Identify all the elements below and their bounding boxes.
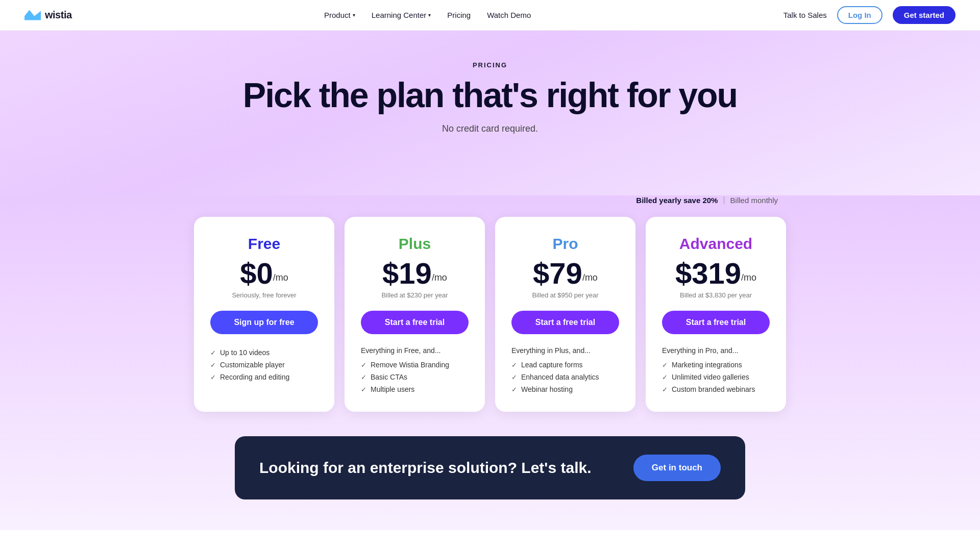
- features-intro-pro: Everything in Plus, and...: [511, 346, 619, 355]
- logo-icon: [24, 10, 41, 20]
- check-icon: ✓: [210, 361, 216, 369]
- nav-watch-demo[interactable]: Watch Demo: [487, 11, 531, 19]
- plan-card-plus: Plus $19/mo Billed at $230 per year Star…: [345, 217, 485, 412]
- feature-item: ✓Custom branded webinars: [662, 383, 770, 395]
- check-icon: ✓: [361, 386, 366, 393]
- feature-item: ✓Recording and editing: [210, 371, 318, 383]
- check-icon: ✓: [361, 361, 366, 369]
- plan-price-pro: $79/mo: [511, 259, 619, 288]
- pricing-headline: Pick the plan that's right for you: [24, 77, 955, 113]
- cta-plus-button[interactable]: Start a free trial: [361, 311, 469, 334]
- feature-item: ✓Customizable player: [210, 359, 318, 371]
- feature-item: ✓Unlimited video galleries: [662, 371, 770, 383]
- feature-item: ✓Up to 10 videos: [210, 346, 318, 359]
- feature-item: ✓Webinar hosting: [511, 383, 619, 395]
- check-icon: ✓: [511, 361, 517, 369]
- nav-learning-center[interactable]: Learning Center ▾: [372, 11, 431, 19]
- pricing-subheadline: No credit card required.: [24, 123, 955, 134]
- features-pro: ✓Lead capture forms ✓Enhanced data analy…: [511, 359, 619, 395]
- billing-divider: |: [723, 195, 725, 205]
- login-button[interactable]: Log In: [837, 6, 883, 24]
- plan-billed-advanced: Billed at $3,830 per year: [662, 291, 770, 300]
- plan-name-plus: Plus: [361, 235, 469, 253]
- get-in-touch-button[interactable]: Get in touch: [633, 455, 721, 481]
- feature-item: ✓Lead capture forms: [511, 359, 619, 371]
- plan-billed-free: Seriously, free forever: [210, 291, 318, 300]
- pricing-eyebrow: PRICING: [24, 61, 955, 69]
- plan-billed-plus: Billed at $230 per year: [361, 291, 469, 300]
- check-icon: ✓: [662, 386, 668, 393]
- check-icon: ✓: [511, 386, 517, 393]
- billing-yearly-label[interactable]: Billed yearly save 20%: [636, 196, 718, 205]
- logo-wordmark: wistia: [45, 9, 72, 21]
- feature-item: ✓Remove Wistia Branding: [361, 359, 469, 371]
- enterprise-text: Looking for an enterprise solution? Let'…: [259, 459, 592, 477]
- plan-name-free: Free: [210, 235, 318, 253]
- plan-card-pro: Pro $79/mo Billed at $950 per year Start…: [495, 217, 635, 412]
- features-intro-advanced: Everything in Pro, and...: [662, 346, 770, 355]
- plan-price-free: $0/mo: [210, 259, 318, 288]
- nav-pricing[interactable]: Pricing: [447, 11, 471, 19]
- check-icon: ✓: [662, 373, 668, 381]
- plan-name-advanced: Advanced: [662, 235, 770, 253]
- billing-monthly-label[interactable]: Billed monthly: [730, 196, 778, 205]
- main-section: PRICING Pick the plan that's right for y…: [0, 31, 980, 530]
- features-plus: ✓Remove Wistia Branding ✓Basic CTAs ✓Mul…: [361, 359, 469, 395]
- pricing-hero: PRICING Pick the plan that's right for y…: [0, 31, 980, 195]
- cta-free-button[interactable]: Sign up for free: [210, 311, 318, 334]
- check-icon: ✓: [210, 349, 216, 357]
- feature-item: ✓Basic CTAs: [361, 371, 469, 383]
- feature-item: ✓Marketing integrations: [662, 359, 770, 371]
- features-advanced: ✓Marketing integrations ✓Unlimited video…: [662, 359, 770, 395]
- logo[interactable]: wistia: [24, 9, 72, 21]
- feature-item: ✓Multiple users: [361, 383, 469, 395]
- plan-card-free: Free $0/mo Seriously, free forever Sign …: [194, 217, 334, 412]
- chevron-down-icon: ▾: [353, 12, 355, 18]
- nav-right: Talk to Sales Log In Get started: [783, 6, 955, 24]
- nav-product[interactable]: Product ▾: [324, 11, 355, 19]
- cta-advanced-button[interactable]: Start a free trial: [662, 311, 770, 334]
- plan-price-advanced: $319/mo: [662, 259, 770, 288]
- plan-card-advanced: Advanced $319/mo Billed at $3,830 per ye…: [646, 217, 786, 412]
- pricing-cards: Free $0/mo Seriously, free forever Sign …: [184, 217, 796, 412]
- cta-pro-button[interactable]: Start a free trial: [511, 311, 619, 334]
- check-icon: ✓: [210, 373, 216, 381]
- check-icon: ✓: [662, 361, 668, 369]
- talk-to-sales-link[interactable]: Talk to Sales: [783, 11, 827, 19]
- chevron-down-icon: ▾: [428, 12, 431, 18]
- nav-links: Product ▾ Learning Center ▾ Pricing Watc…: [324, 11, 531, 19]
- features-intro-plus: Everything in Free, and...: [361, 346, 469, 355]
- check-icon: ✓: [511, 373, 517, 381]
- get-started-button[interactable]: Get started: [893, 6, 955, 24]
- feature-item: ✓Enhanced data analytics: [511, 371, 619, 383]
- navbar: wistia Product ▾ Learning Center ▾ Prici…: [0, 0, 980, 31]
- billing-toggle: Billed yearly save 20% | Billed monthly: [194, 195, 786, 205]
- plan-name-pro: Pro: [511, 235, 619, 253]
- plan-price-plus: $19/mo: [361, 259, 469, 288]
- enterprise-banner: Looking for an enterprise solution? Let'…: [235, 436, 745, 499]
- features-free: ✓Up to 10 videos ✓Customizable player ✓R…: [210, 346, 318, 383]
- plan-billed-pro: Billed at $950 per year: [511, 291, 619, 300]
- check-icon: ✓: [361, 373, 366, 381]
